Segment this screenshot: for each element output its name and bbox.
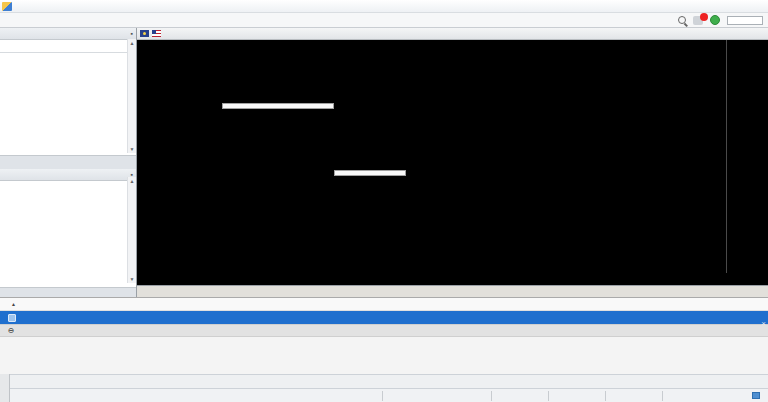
notification-badge — [700, 13, 708, 21]
sort-arrow-icon: ▲ — [11, 301, 16, 307]
time-axis[interactable] — [137, 273, 768, 285]
market-watch-rows — [0, 53, 136, 155]
support-icon[interactable] — [710, 15, 720, 25]
eu-flag-icon — [140, 30, 149, 37]
column-symbol[interactable]: ▲ — [0, 301, 96, 307]
navigator-header: ▪ — [0, 169, 136, 181]
status-segment — [492, 391, 549, 401]
left-panel: ▪ ▲▼ ▪ ▲▼ — [0, 28, 137, 297]
status-segment — [606, 391, 663, 401]
navigator-tree — [0, 181, 136, 287]
position-icon — [8, 314, 16, 322]
toolbox-panel: ▲ × ⊖ — [0, 297, 768, 374]
chart-window — [137, 28, 768, 297]
market-watch-tabs — [0, 155, 136, 169]
status-bar — [10, 388, 768, 402]
context-menu — [222, 103, 334, 109]
search-icon[interactable] — [678, 16, 686, 24]
status-segment — [10, 391, 383, 401]
trade-position-row[interactable]: × — [0, 311, 768, 324]
close-position-icon[interactable]: × — [761, 320, 766, 328]
market-watch-scrollbar[interactable]: ▲▼ — [127, 39, 136, 153]
latency-indicator — [752, 392, 768, 399]
account-summary-row: ⊖ — [0, 324, 768, 337]
us-flag-icon — [152, 30, 161, 37]
trailing-stop-submenu — [334, 170, 406, 176]
toolbox-side-tab[interactable] — [0, 374, 10, 402]
menu-bar — [0, 0, 768, 13]
bottom-tab-bar — [10, 374, 768, 388]
connection-bar — [727, 16, 763, 25]
toolbox-column-headers: ▲ — [0, 298, 768, 311]
chart-canvas[interactable] — [137, 40, 768, 273]
app-logo-icon — [2, 2, 12, 11]
toolbar-right-cluster — [678, 15, 766, 25]
market-watch-header: ▪ — [0, 28, 136, 40]
notifications-icon[interactable] — [693, 16, 703, 25]
chart-title-bar — [137, 28, 768, 40]
navigator-tabs — [0, 287, 136, 297]
connection-icon — [752, 392, 760, 399]
mt5-window: ▪ ▲▼ ▪ ▲▼ — [0, 0, 768, 402]
toolbar — [0, 13, 768, 28]
navigator-scrollbar[interactable]: ▲▼ — [127, 177, 136, 283]
market-watch-close-icon[interactable]: ▪ — [131, 30, 133, 37]
collapse-icon[interactable]: ⊖ — [8, 326, 14, 335]
status-segment — [549, 391, 606, 401]
profile-segment[interactable] — [383, 391, 492, 401]
price-axis[interactable] — [726, 40, 768, 273]
chart-plot — [137, 40, 726, 273]
market-watch-columns — [0, 40, 136, 53]
